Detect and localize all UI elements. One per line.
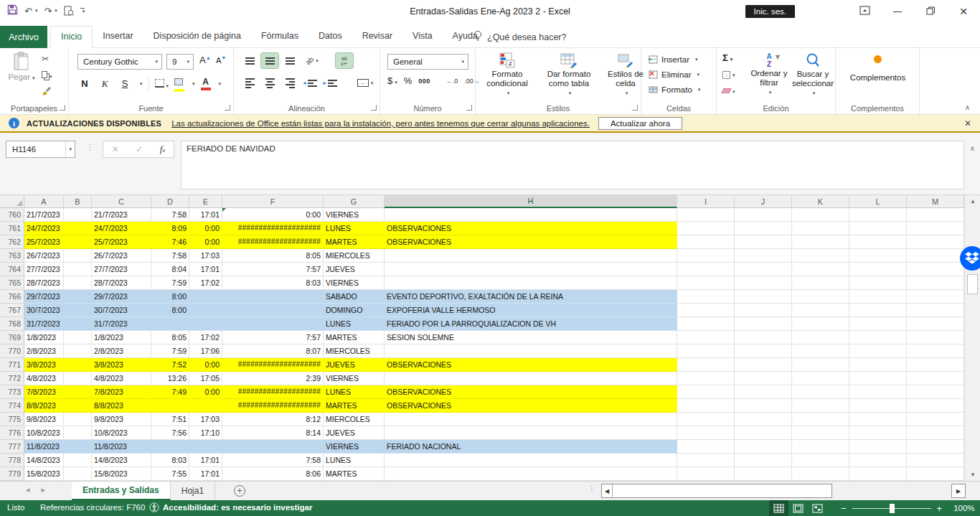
- cell-C775[interactable]: 9/8/2023: [92, 413, 151, 426]
- cell-C779[interactable]: 15/8/2023: [92, 467, 151, 481]
- cell-E774[interactable]: [189, 399, 222, 413]
- fill-icon[interactable]: ↓▾: [722, 67, 735, 80]
- row-header-763[interactable]: 763: [0, 249, 24, 263]
- cell-H773[interactable]: OBSERVACIONES: [385, 385, 677, 399]
- cell-I769[interactable]: [677, 331, 735, 344]
- cell-G771[interactable]: JUEVES: [324, 358, 385, 372]
- cell-B777[interactable]: [64, 440, 92, 454]
- cell-B775[interactable]: [64, 413, 92, 426]
- cell-J779[interactable]: [735, 467, 792, 481]
- cell-F769[interactable]: 7:57: [222, 331, 324, 344]
- cell-J775[interactable]: [735, 413, 792, 426]
- cell-H760[interactable]: [385, 208, 677, 222]
- cell-K775[interactable]: [792, 413, 849, 426]
- cell-A779[interactable]: 15/8/2023: [24, 467, 64, 481]
- cell-L774[interactable]: [849, 399, 907, 413]
- merge-center-icon[interactable]: ↔▾: [353, 75, 377, 90]
- cell-I765[interactable]: [677, 276, 735, 290]
- cell-F766[interactable]: [222, 290, 324, 304]
- vertical-scrollbar[interactable]: ▲ ▼: [964, 195, 980, 481]
- name-box[interactable]: H1146▾: [6, 141, 75, 158]
- cell-B771[interactable]: [64, 358, 92, 372]
- update-now-button[interactable]: Actualizar ahora: [598, 117, 682, 130]
- cell-J778[interactable]: [735, 454, 792, 467]
- zoom-in-icon[interactable]: +: [937, 503, 943, 514]
- cell-I778[interactable]: [677, 454, 735, 467]
- cell-E767[interactable]: [189, 304, 222, 317]
- cell-M762[interactable]: [907, 235, 964, 249]
- cell-A768[interactable]: 31/7/2023: [24, 317, 64, 331]
- cell-C767[interactable]: 30/7/2023: [92, 304, 151, 317]
- align-center-icon[interactable]: [261, 75, 278, 90]
- cell-M767[interactable]: [907, 304, 964, 317]
- cell-E768[interactable]: [189, 317, 222, 331]
- font-color-icon[interactable]: A: [201, 77, 211, 90]
- row-header-764[interactable]: 764: [0, 263, 24, 276]
- cell-H763[interactable]: [385, 249, 677, 263]
- increase-font-icon[interactable]: A▲: [199, 55, 211, 65]
- cell-A775[interactable]: 9/8/2023: [24, 413, 64, 426]
- cell-J767[interactable]: [735, 304, 792, 317]
- cell-H761[interactable]: OBSERVACIONES: [385, 222, 677, 235]
- decrease-font-icon[interactable]: A▼: [216, 55, 226, 65]
- notification-close-icon[interactable]: ✕: [964, 118, 971, 128]
- cell-G767[interactable]: DOMINGO: [324, 304, 385, 317]
- collapse-ribbon-icon[interactable]: ∧: [965, 103, 970, 111]
- cell-J776[interactable]: [735, 426, 792, 440]
- cell-K766[interactable]: [792, 290, 849, 304]
- row-header-775[interactable]: 775: [0, 413, 24, 426]
- cell-L776[interactable]: [849, 426, 907, 440]
- cell-J771[interactable]: [735, 358, 792, 372]
- font-size-combo[interactable]: 9▾: [166, 54, 194, 70]
- column-header-G[interactable]: G: [324, 195, 385, 208]
- zoom-level[interactable]: 100%: [953, 504, 974, 512]
- cell-D768[interactable]: [151, 317, 189, 331]
- cell-A765[interactable]: 28/7/2023: [24, 276, 64, 290]
- cell-C760[interactable]: 21/7/2023: [92, 208, 151, 222]
- cell-F772[interactable]: 2:39: [222, 372, 324, 385]
- cell-L768[interactable]: [849, 317, 907, 331]
- cell-I774[interactable]: [677, 399, 735, 413]
- cell-F763[interactable]: 8:05: [222, 249, 324, 263]
- cell-A774[interactable]: 8/8/2023: [24, 399, 64, 413]
- underline-button[interactable]: S: [118, 78, 132, 89]
- cell-K774[interactable]: [792, 399, 849, 413]
- cell-G765[interactable]: VIERNES: [324, 276, 385, 290]
- cell-H765[interactable]: [385, 276, 677, 290]
- cell-E776[interactable]: 17:10: [189, 426, 222, 440]
- cell-K768[interactable]: [792, 317, 849, 331]
- align-bottom-icon[interactable]: [281, 53, 298, 68]
- cell-G778[interactable]: LUNES: [324, 454, 385, 467]
- column-header-J[interactable]: J: [735, 195, 792, 208]
- cell-C769[interactable]: 1/8/2023: [92, 331, 151, 344]
- cell-K760[interactable]: [792, 208, 849, 222]
- notification-link[interactable]: Las actualizaciones de Office están list…: [171, 119, 590, 128]
- cell-C774[interactable]: 8/8/2023: [92, 399, 151, 413]
- row-header-766[interactable]: 766: [0, 290, 24, 304]
- autosum-icon[interactable]: Σ▾: [722, 52, 735, 63]
- cell-G775[interactable]: MIERCOLES: [324, 413, 385, 426]
- cell-M760[interactable]: [907, 208, 964, 222]
- cell-A771[interactable]: 3/8/2023: [24, 358, 64, 372]
- tab-scrollbar-splitter[interactable]: ⋮: [588, 484, 595, 492]
- cell-M769[interactable]: [907, 331, 964, 344]
- cell-M778[interactable]: [907, 454, 964, 467]
- enter-icon[interactable]: ✓: [136, 144, 143, 154]
- cell-C761[interactable]: 24/7/2023: [92, 222, 151, 235]
- cell-H767[interactable]: EXPOFERIA VALLE HERMOSO: [385, 304, 677, 317]
- cell-H774[interactable]: OBSERVACIONES: [385, 399, 677, 413]
- cell-M779[interactable]: [907, 467, 964, 481]
- row-header-774[interactable]: 774: [0, 399, 24, 413]
- cell-K776[interactable]: [792, 426, 849, 440]
- cell-G760[interactable]: VIERNES: [324, 208, 385, 222]
- scroll-left-icon[interactable]: ◀: [602, 484, 613, 497]
- cell-M763[interactable]: [907, 249, 964, 263]
- cell-J769[interactable]: [735, 331, 792, 344]
- format-painter-icon[interactable]: [42, 85, 52, 98]
- cell-I776[interactable]: [677, 426, 735, 440]
- column-header-E[interactable]: E: [189, 195, 222, 208]
- cell-G772[interactable]: VIERNES: [324, 372, 385, 385]
- cell-K777[interactable]: [792, 440, 849, 454]
- cell-J774[interactable]: [735, 399, 792, 413]
- cell-A770[interactable]: 2/8/2023: [24, 344, 64, 358]
